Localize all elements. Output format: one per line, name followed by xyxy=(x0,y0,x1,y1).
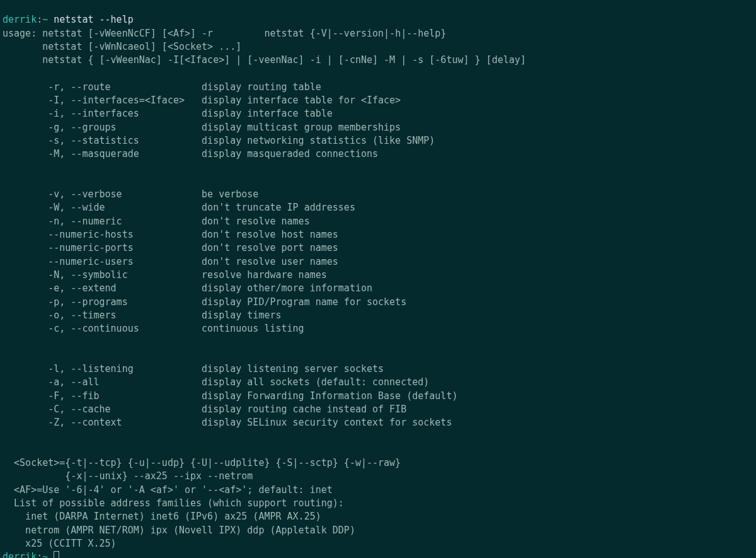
option-line: -o, --timers display timers xyxy=(3,310,282,321)
entered-command: netstat --help xyxy=(54,14,133,25)
option-line: -e, --extend display other/more informat… xyxy=(3,282,372,294)
footer-line: <Socket>={-t|--tcp} {-u|--udp} {-U|--udp… xyxy=(3,457,401,468)
footer-line: {-x|--unix} --ax25 --ipx --netrom xyxy=(3,470,253,482)
prompt-sep: : xyxy=(37,551,42,558)
option-line: -C, --cache display routing cache instea… xyxy=(3,404,406,415)
terminal-output[interactable]: derrik:~ netstat --help usage: netstat [… xyxy=(0,0,756,558)
prompt-sep: : xyxy=(37,14,42,25)
blank-line xyxy=(3,67,8,79)
footer-line: netrom (AMPR NET/ROM) ipx (Novell IPX) d… xyxy=(3,525,355,536)
option-line: --numeric-users don't resolve user names xyxy=(3,256,338,267)
option-line: -I, --interfaces=<Iface> display interfa… xyxy=(3,95,401,106)
cursor-icon[interactable] xyxy=(54,551,59,558)
footer-line: List of possible address families (which… xyxy=(3,497,344,509)
option-line: -l, --listening display listening server… xyxy=(3,363,384,375)
option-line: --numeric-ports don't resolve port names xyxy=(3,242,338,253)
blank-line xyxy=(3,175,8,187)
prompt-line-1: derrik:~ netstat --help xyxy=(3,14,134,25)
footer-line: inet (DARPA Internet) inet6 (IPv6) ax25 … xyxy=(3,511,321,522)
blank-line xyxy=(3,444,8,455)
prompt-path: ~ xyxy=(42,551,48,558)
option-line: -p, --programs display PID/Program name … xyxy=(3,296,406,308)
option-line: -a, --all display all sockets (default: … xyxy=(3,376,429,388)
prompt-path: ~ xyxy=(42,14,48,25)
usage-line: netstat { [-vWeenNac] -I[<Iface>] | [-ve… xyxy=(3,54,526,66)
usage-line: netstat [-vWnNcaeol] [<Socket> ...] xyxy=(3,41,241,52)
option-line: -g, --groups display multicast group mem… xyxy=(3,122,401,133)
option-line: -v, --verbose be verbose xyxy=(3,189,258,200)
option-line: -M, --masquerade display masqueraded con… xyxy=(3,148,378,160)
prompt-user: derrik xyxy=(3,551,37,558)
footer-line: <AF>=Use '-6|-4' or '-A <af>' or '--<af>… xyxy=(3,484,333,496)
footer-line: x25 (CCITT X.25) xyxy=(3,538,117,549)
option-line: -s, --statistics display networking stat… xyxy=(3,135,435,146)
option-line: -c, --continuous continuous listing xyxy=(3,323,304,334)
option-line: -Z, --context display SELinux security c… xyxy=(3,417,452,428)
prompt-user: derrik xyxy=(3,14,37,25)
option-line: -r, --route display routing table xyxy=(3,81,321,93)
option-line: -n, --numeric don't resolve names xyxy=(3,216,310,227)
option-line: -i, --interfaces display interface table xyxy=(3,108,333,119)
option-line: --numeric-hosts don't resolve host names xyxy=(3,229,338,240)
option-line: -F, --fib display Forwarding Information… xyxy=(3,390,457,402)
blank-line xyxy=(3,350,8,361)
option-line: -W, --wide don't truncate IP addresses xyxy=(3,202,355,213)
option-line: -N, --symbolic resolve hardware names xyxy=(3,269,327,281)
prompt-line-2[interactable]: derrik:~ xyxy=(3,551,59,558)
usage-line: usage: netstat [-vWeenNcCF] [<Af>] -r ne… xyxy=(3,28,446,39)
